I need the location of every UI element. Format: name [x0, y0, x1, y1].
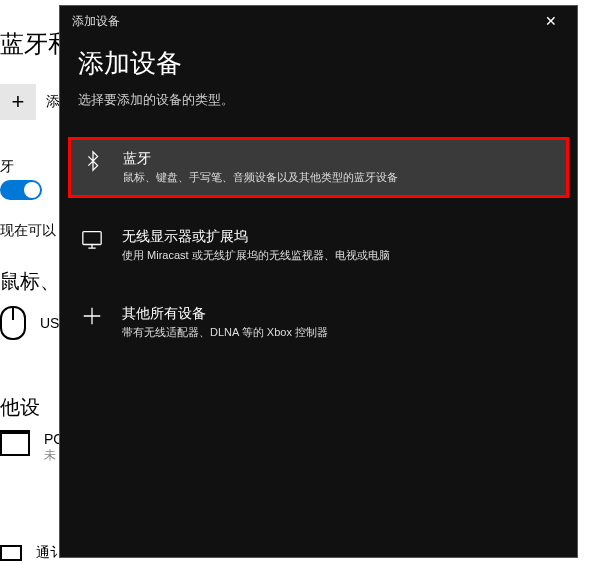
mouse-icon — [0, 306, 26, 340]
option-wireless-title: 无线显示器或扩展坞 — [122, 228, 390, 246]
bluetooth-toggle[interactable] — [0, 180, 42, 200]
monitor-icon — [78, 228, 106, 250]
close-icon: ✕ — [545, 13, 557, 29]
mouse-device-label: US — [40, 315, 59, 331]
option-bluetooth[interactable]: 蓝牙 鼠标、键盘、手写笔、音频设备以及其他类型的蓝牙设备 — [68, 137, 569, 198]
discoverable-text: 现在可以 — [0, 222, 56, 240]
dialog-heading: 添加设备 — [78, 46, 559, 81]
svg-rect-0 — [83, 232, 101, 245]
dialog-subtitle: 选择要添加的设备的类型。 — [78, 91, 559, 109]
add-device-dialog: 添加设备 ✕ 添加设备 选择要添加的设备的类型。 蓝牙 鼠标、键盘、手写笔、音频… — [59, 5, 578, 558]
titlebar-title: 添加设备 — [72, 13, 120, 30]
section-other-heading: 他设 — [0, 394, 40, 421]
monitor-icon — [0, 430, 30, 456]
option-other-desc: 带有无线适配器、DLNA 等的 Xbox 控制器 — [122, 325, 328, 340]
close-button[interactable]: ✕ — [531, 6, 571, 36]
plus-icon — [78, 305, 106, 327]
option-bluetooth-title: 蓝牙 — [123, 150, 398, 168]
titlebar: 添加设备 ✕ — [60, 6, 577, 36]
bluetooth-icon — [79, 150, 107, 172]
section-mouse-heading: 鼠标、 — [0, 268, 60, 295]
option-bluetooth-desc: 鼠标、键盘、手写笔、音频设备以及其他类型的蓝牙设备 — [123, 170, 398, 185]
pc-device-item[interactable]: PC 未 — [0, 430, 63, 464]
option-wireless-display[interactable]: 无线显示器或扩展坞 使用 Miracast 或无线扩展坞的无线监视器、电视或电脑 — [68, 216, 569, 275]
bluetooth-label: 牙 — [0, 158, 14, 176]
device-icon — [0, 545, 22, 561]
last-device-item[interactable]: 通讠 — [0, 544, 64, 562]
option-other-devices[interactable]: 其他所有设备 带有无线适配器、DLNA 等的 Xbox 控制器 — [68, 293, 569, 352]
add-device-button[interactable]: + 添 — [0, 84, 60, 120]
plus-icon: + — [0, 84, 36, 120]
add-device-label: 添 — [46, 93, 60, 111]
option-wireless-desc: 使用 Miracast 或无线扩展坞的无线监视器、电视或电脑 — [122, 248, 390, 263]
option-other-title: 其他所有设备 — [122, 305, 328, 323]
mouse-device-item[interactable]: US — [0, 306, 59, 340]
